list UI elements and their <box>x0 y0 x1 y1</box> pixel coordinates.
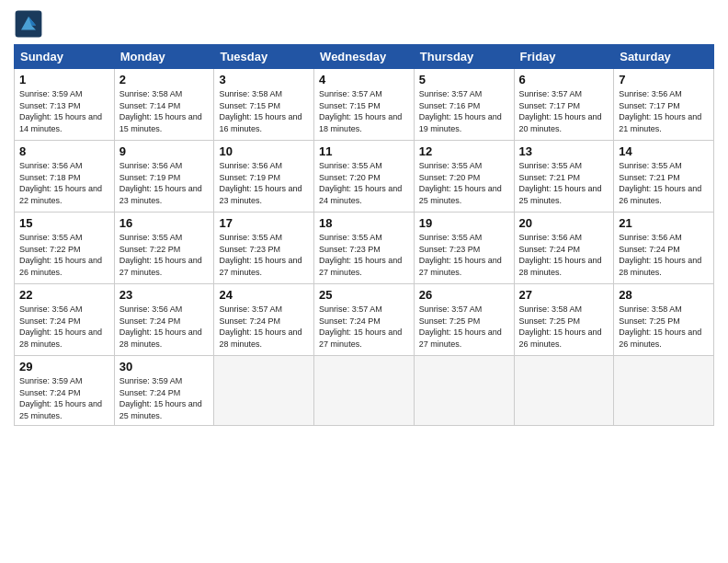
day-info: Sunrise: 3:59 AMSunset: 7:24 PMDaylight:… <box>119 376 202 420</box>
day-number: 28 <box>619 288 709 302</box>
weekday-header: Saturday <box>614 45 714 69</box>
calendar-cell: 29 Sunrise: 3:59 AMSunset: 7:24 PMDaylig… <box>15 356 115 426</box>
calendar-week-row: 8 Sunrise: 3:56 AMSunset: 7:18 PMDayligh… <box>15 141 714 213</box>
day-number: 25 <box>319 288 409 302</box>
calendar-cell: 24 Sunrise: 3:57 AMSunset: 7:24 PMDaylig… <box>214 284 314 356</box>
calendar-cell: 30 Sunrise: 3:59 AMSunset: 7:24 PMDaylig… <box>114 356 214 426</box>
calendar-cell: 25 Sunrise: 3:57 AMSunset: 7:24 PMDaylig… <box>314 284 415 356</box>
day-info: Sunrise: 3:57 AMSunset: 7:16 PMDaylight:… <box>419 89 502 133</box>
day-number: 30 <box>119 360 210 373</box>
calendar-cell: 20 Sunrise: 3:56 AMSunset: 7:24 PMDaylig… <box>514 213 614 284</box>
day-info: Sunrise: 3:55 AMSunset: 7:22 PMDaylight:… <box>19 233 102 277</box>
day-info: Sunrise: 3:57 AMSunset: 7:17 PMDaylight:… <box>519 89 602 133</box>
calendar-week-row: 22 Sunrise: 3:56 AMSunset: 7:24 PMDaylig… <box>15 284 714 356</box>
day-number: 12 <box>419 144 509 158</box>
day-number: 20 <box>519 216 609 230</box>
day-info: Sunrise: 3:59 AMSunset: 7:24 PMDaylight:… <box>19 376 102 420</box>
day-number: 1 <box>19 73 109 86</box>
calendar-cell: 2 Sunrise: 3:58 AMSunset: 7:14 PMDayligh… <box>114 69 214 141</box>
calendar-week-row: 1 Sunrise: 3:59 AMSunset: 7:13 PMDayligh… <box>15 69 714 141</box>
page: SundayMondayTuesdayWednesdayThursdayFrid… <box>0 0 728 563</box>
day-number: 19 <box>419 216 509 230</box>
day-info: Sunrise: 3:56 AMSunset: 7:18 PMDaylight:… <box>19 161 102 205</box>
day-info: Sunrise: 3:59 AMSunset: 7:13 PMDaylight:… <box>19 89 102 133</box>
day-info: Sunrise: 3:57 AMSunset: 7:24 PMDaylight:… <box>219 304 301 349</box>
day-info: Sunrise: 3:58 AMSunset: 7:25 PMDaylight:… <box>519 304 602 349</box>
calendar-cell: 5 Sunrise: 3:57 AMSunset: 7:16 PMDayligh… <box>414 69 514 141</box>
weekday-header: Friday <box>514 45 614 69</box>
day-info: Sunrise: 3:56 AMSunset: 7:24 PMDaylight:… <box>519 233 602 277</box>
day-info: Sunrise: 3:56 AMSunset: 7:19 PMDaylight:… <box>219 161 301 205</box>
day-number: 18 <box>319 216 409 230</box>
day-number: 26 <box>419 288 509 302</box>
calendar-cell: 13 Sunrise: 3:55 AMSunset: 7:21 PMDaylig… <box>514 141 614 213</box>
calendar-cell: 1 Sunrise: 3:59 AMSunset: 7:13 PMDayligh… <box>15 69 115 141</box>
logo-icon <box>14 9 43 39</box>
day-info: Sunrise: 3:55 AMSunset: 7:23 PMDaylight:… <box>219 233 301 277</box>
day-number: 11 <box>319 144 409 158</box>
logo <box>14 9 47 39</box>
day-info: Sunrise: 3:58 AMSunset: 7:25 PMDaylight:… <box>619 304 701 349</box>
day-info: Sunrise: 3:56 AMSunset: 7:24 PMDaylight:… <box>19 304 102 349</box>
day-number: 9 <box>119 144 210 158</box>
calendar-cell: 27 Sunrise: 3:58 AMSunset: 7:25 PMDaylig… <box>514 284 614 356</box>
day-info: Sunrise: 3:57 AMSunset: 7:25 PMDaylight:… <box>419 304 502 349</box>
day-number: 17 <box>219 216 309 230</box>
day-number: 13 <box>519 144 609 158</box>
day-number: 5 <box>419 73 509 86</box>
calendar-cell: 23 Sunrise: 3:56 AMSunset: 7:24 PMDaylig… <box>114 284 214 356</box>
calendar-cell <box>314 356 415 426</box>
day-info: Sunrise: 3:56 AMSunset: 7:24 PMDaylight:… <box>119 304 202 349</box>
day-info: Sunrise: 3:55 AMSunset: 7:22 PMDaylight:… <box>119 233 202 277</box>
day-number: 24 <box>219 288 309 302</box>
day-number: 27 <box>519 288 609 302</box>
day-info: Sunrise: 3:57 AMSunset: 7:24 PMDaylight:… <box>319 304 402 349</box>
calendar-table: SundayMondayTuesdayWednesdayThursdayFrid… <box>14 44 714 426</box>
calendar-cell: 7 Sunrise: 3:56 AMSunset: 7:17 PMDayligh… <box>614 69 714 141</box>
day-number: 15 <box>19 216 109 230</box>
calendar-week-row: 29 Sunrise: 3:59 AMSunset: 7:24 PMDaylig… <box>15 356 714 426</box>
calendar-cell: 21 Sunrise: 3:56 AMSunset: 7:24 PMDaylig… <box>614 213 714 284</box>
calendar-cell: 11 Sunrise: 3:55 AMSunset: 7:20 PMDaylig… <box>314 141 415 213</box>
weekday-header-row: SundayMondayTuesdayWednesdayThursdayFrid… <box>15 45 714 69</box>
day-info: Sunrise: 3:58 AMSunset: 7:15 PMDaylight:… <box>219 89 301 133</box>
day-number: 14 <box>619 144 709 158</box>
day-info: Sunrise: 3:55 AMSunset: 7:20 PMDaylight:… <box>319 161 402 205</box>
day-number: 22 <box>19 288 109 302</box>
weekday-header: Thursday <box>414 45 514 69</box>
day-info: Sunrise: 3:56 AMSunset: 7:17 PMDaylight:… <box>619 89 701 133</box>
calendar-cell <box>214 356 314 426</box>
calendar-cell: 12 Sunrise: 3:55 AMSunset: 7:20 PMDaylig… <box>414 141 514 213</box>
calendar-cell: 17 Sunrise: 3:55 AMSunset: 7:23 PMDaylig… <box>214 213 314 284</box>
day-number: 16 <box>119 216 210 230</box>
day-info: Sunrise: 3:55 AMSunset: 7:20 PMDaylight:… <box>419 161 502 205</box>
header <box>14 9 714 39</box>
weekday-header: Wednesday <box>314 45 415 69</box>
calendar-cell: 22 Sunrise: 3:56 AMSunset: 7:24 PMDaylig… <box>15 284 115 356</box>
day-info: Sunrise: 3:55 AMSunset: 7:21 PMDaylight:… <box>519 161 602 205</box>
calendar-cell: 15 Sunrise: 3:55 AMSunset: 7:22 PMDaylig… <box>15 213 115 284</box>
calendar-week-row: 15 Sunrise: 3:55 AMSunset: 7:22 PMDaylig… <box>15 213 714 284</box>
calendar-cell: 28 Sunrise: 3:58 AMSunset: 7:25 PMDaylig… <box>614 284 714 356</box>
day-number: 21 <box>619 216 709 230</box>
weekday-header: Sunday <box>15 45 115 69</box>
calendar-cell: 26 Sunrise: 3:57 AMSunset: 7:25 PMDaylig… <box>414 284 514 356</box>
calendar-cell: 14 Sunrise: 3:55 AMSunset: 7:21 PMDaylig… <box>614 141 714 213</box>
calendar-cell <box>514 356 614 426</box>
day-info: Sunrise: 3:57 AMSunset: 7:15 PMDaylight:… <box>319 89 402 133</box>
day-number: 4 <box>319 73 409 86</box>
day-info: Sunrise: 3:55 AMSunset: 7:23 PMDaylight:… <box>419 233 502 277</box>
day-number: 8 <box>19 144 109 158</box>
calendar-cell: 3 Sunrise: 3:58 AMSunset: 7:15 PMDayligh… <box>214 69 314 141</box>
calendar-cell: 4 Sunrise: 3:57 AMSunset: 7:15 PMDayligh… <box>314 69 415 141</box>
calendar-cell: 19 Sunrise: 3:55 AMSunset: 7:23 PMDaylig… <box>414 213 514 284</box>
day-number: 29 <box>19 360 109 373</box>
day-number: 6 <box>519 73 609 86</box>
day-info: Sunrise: 3:56 AMSunset: 7:24 PMDaylight:… <box>619 233 701 277</box>
day-number: 2 <box>119 73 210 86</box>
calendar-cell: 9 Sunrise: 3:56 AMSunset: 7:19 PMDayligh… <box>114 141 214 213</box>
day-number: 7 <box>619 73 709 86</box>
calendar-cell <box>414 356 514 426</box>
calendar-cell: 16 Sunrise: 3:55 AMSunset: 7:22 PMDaylig… <box>114 213 214 284</box>
day-info: Sunrise: 3:55 AMSunset: 7:23 PMDaylight:… <box>319 233 402 277</box>
